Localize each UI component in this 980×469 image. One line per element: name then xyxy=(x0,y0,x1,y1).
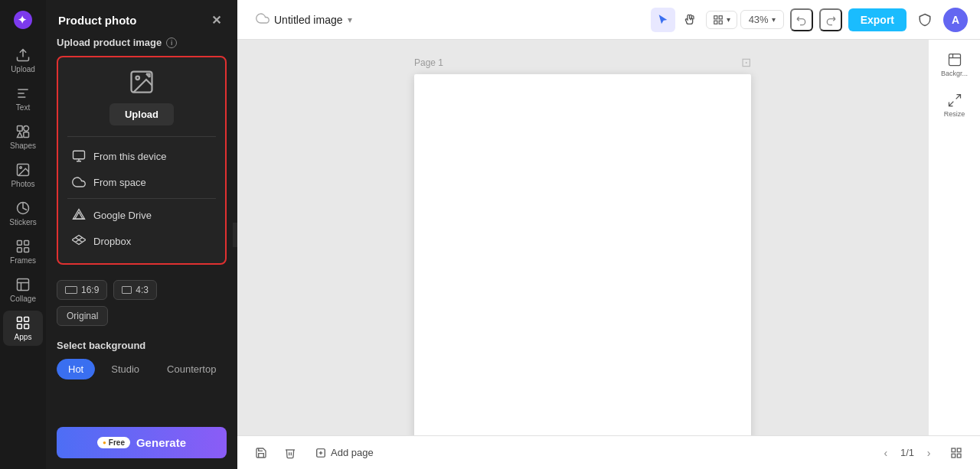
hand-tool-button[interactable] xyxy=(678,8,703,32)
title-chevron-icon: ▾ xyxy=(348,15,352,25)
option-divider xyxy=(67,198,216,199)
zoom-level-label: 43% xyxy=(749,14,769,25)
cloud-save-icon xyxy=(256,11,270,28)
page-options-icon[interactable]: ⊡ xyxy=(741,55,751,70)
svg-rect-26 xyxy=(957,448,961,452)
select-tool-button[interactable] xyxy=(651,8,675,32)
generate-button[interactable]: Free Generate xyxy=(57,427,227,458)
bottom-toolbar-left: Add page xyxy=(250,441,870,464)
page-label-text: Page 1 xyxy=(414,57,443,68)
panel-close-button[interactable]: ✕ xyxy=(207,11,225,29)
svg-rect-28 xyxy=(957,454,961,458)
aspect-16-9-button[interactable]: 16:9 xyxy=(57,280,107,300)
canvas-title-area[interactable]: Untitled image ▾ xyxy=(250,8,358,31)
sidebar-item-text[interactable]: Text xyxy=(3,81,43,116)
sidebar-item-upload-label: Upload xyxy=(11,65,35,73)
view-options-button[interactable]: ▾ xyxy=(706,11,737,29)
upload-gdrive-label: Google Drive xyxy=(93,210,152,221)
svg-rect-25 xyxy=(952,448,956,452)
sidebar-item-photos[interactable]: Photos xyxy=(3,158,43,193)
svg-rect-7 xyxy=(18,241,22,246)
sidebar-item-collage[interactable]: Collage xyxy=(3,272,43,308)
zoom-control[interactable]: 43% ▾ xyxy=(740,10,784,29)
svg-point-2 xyxy=(24,126,29,132)
upload-button[interactable]: Upload xyxy=(109,103,174,125)
bg-tab-countertop[interactable]: Countertop xyxy=(155,359,227,379)
original-button[interactable]: Original xyxy=(57,306,108,326)
bottom-toolbar-center: ‹ 1/1 › xyxy=(876,443,939,463)
user-avatar[interactable]: A xyxy=(943,8,968,32)
next-page-button[interactable]: › xyxy=(919,443,939,463)
shield-icon[interactable] xyxy=(913,8,937,32)
grid-view-icon[interactable] xyxy=(945,441,968,464)
upload-dropzone: Upload From this device From space Googl… xyxy=(57,56,227,265)
upload-from-dropbox[interactable]: Dropbox xyxy=(67,228,216,254)
save-icon[interactable] xyxy=(250,441,273,464)
svg-text:✦: ✦ xyxy=(18,14,27,26)
ratio-16-9-icon xyxy=(65,286,77,294)
toolbar-right: Export A xyxy=(790,8,968,32)
background-label: Select background xyxy=(57,340,227,351)
aspect-4-3-button[interactable]: 4:3 xyxy=(113,280,157,300)
canvas-title: Untitled image xyxy=(274,14,343,26)
delete-icon[interactable] xyxy=(279,441,302,464)
bg-tab-studio[interactable]: Studio xyxy=(100,359,151,379)
generate-section: Free Generate xyxy=(46,419,237,469)
aspect-ratio-section: 16:9 4:3 Original xyxy=(46,274,237,334)
cloud-icon xyxy=(72,175,86,189)
right-panel-resize[interactable]: Resize xyxy=(933,86,976,124)
app-logo[interactable]: ✦ xyxy=(9,6,37,34)
sidebar-item-photos-label: Photos xyxy=(11,180,34,188)
export-button[interactable]: Export xyxy=(848,8,906,31)
bottom-toolbar-right xyxy=(945,441,968,464)
canvas-page[interactable] xyxy=(414,74,751,435)
panel-collapse-handle[interactable]: ‹ xyxy=(233,223,237,247)
upload-section: Upload product image i Upload From this … xyxy=(46,37,237,274)
svg-rect-9 xyxy=(18,248,22,252)
background-section: Select background Hot Studio Countertop xyxy=(46,334,237,419)
sidebar-item-upload[interactable]: Upload xyxy=(3,43,43,78)
info-icon[interactable]: i xyxy=(166,37,177,48)
undo-button[interactable] xyxy=(790,8,813,31)
sidebar-item-apps[interactable]: Apps xyxy=(3,311,43,346)
svg-rect-23 xyxy=(949,54,960,66)
right-panel: Backgr... Resize xyxy=(928,40,980,435)
canvas-workspace: Page 1 ⊡ Backgr... Resize xyxy=(237,40,980,435)
upload-from-device[interactable]: From this device xyxy=(67,143,216,169)
svg-rect-8 xyxy=(24,241,29,246)
side-panel: Product photo ✕ Upload product image i U… xyxy=(46,0,237,469)
ratio-4-3-icon xyxy=(122,286,132,294)
aspect-16-9-label: 16:9 xyxy=(81,285,99,295)
upload-section-label: Upload product image i xyxy=(57,37,227,48)
right-panel-background-label: Backgr... xyxy=(941,70,968,77)
svg-rect-1 xyxy=(18,126,23,132)
prev-page-button[interactable]: ‹ xyxy=(876,443,896,463)
svg-rect-3 xyxy=(24,132,29,138)
aspect-ratio-row: 16:9 4:3 xyxy=(57,280,227,300)
page-label-row: Page 1 ⊡ xyxy=(414,55,751,70)
upload-from-google-drive[interactable]: Google Drive xyxy=(67,202,216,228)
add-page-button[interactable]: Add page xyxy=(308,443,381,462)
panel-title: Product photo xyxy=(58,14,136,27)
sidebar-item-shapes[interactable]: Shapes xyxy=(3,119,43,155)
svg-rect-11 xyxy=(18,279,29,291)
svg-point-17 xyxy=(136,77,140,80)
sidebar-item-stickers[interactable]: Stickers xyxy=(3,196,43,231)
svg-rect-12 xyxy=(18,318,22,322)
right-panel-background[interactable]: Backgr... xyxy=(933,46,976,83)
sidebar-item-frames[interactable]: Frames xyxy=(3,234,43,269)
top-toolbar: Untitled image ▾ ▾ 43% ▾ xyxy=(237,0,980,40)
sidebar-item-apps-label: Apps xyxy=(15,333,32,341)
resize-icon xyxy=(947,93,962,108)
svg-rect-21 xyxy=(714,21,717,24)
dropbox-icon xyxy=(72,234,86,248)
upload-space-label: From space xyxy=(93,177,146,188)
background-icon xyxy=(947,52,962,67)
google-drive-icon xyxy=(72,208,86,222)
bg-tab-hot[interactable]: Hot xyxy=(57,359,95,379)
upload-from-space[interactable]: From space xyxy=(67,169,216,195)
zoom-chevron-icon: ▾ xyxy=(772,15,776,24)
toolbar-center: ▾ 43% ▾ xyxy=(651,8,784,32)
sidebar-item-stickers-label: Stickers xyxy=(9,218,37,226)
redo-button[interactable] xyxy=(819,8,842,31)
